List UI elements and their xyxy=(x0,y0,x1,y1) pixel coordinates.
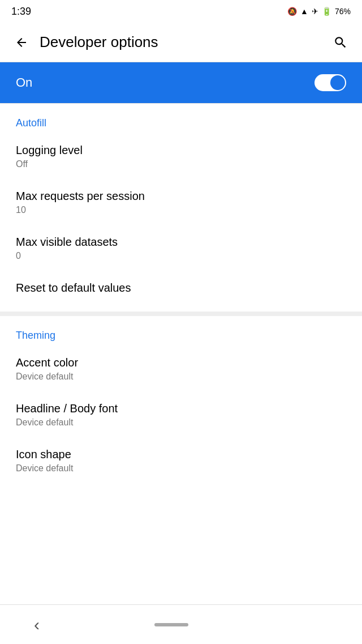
back-button[interactable] xyxy=(9,30,34,55)
max-visible-datasets-title: Max visible datasets xyxy=(16,236,346,249)
on-label: On xyxy=(16,75,32,90)
search-button[interactable] xyxy=(328,30,353,55)
icon-shape-title: Icon shape xyxy=(16,448,346,461)
mute-icon: 🔕 xyxy=(287,7,297,16)
max-requests-item[interactable]: Max requests per session 10 xyxy=(0,180,362,225)
accent-color-title: Accent color xyxy=(16,356,346,369)
status-bar: 1:39 🔕 ▲ ✈ 🔋 76% xyxy=(0,0,362,23)
theming-section-title: Theming xyxy=(16,330,55,341)
autofill-section-title: Autofill xyxy=(16,117,46,129)
max-requests-subtitle: 10 xyxy=(16,205,346,215)
max-visible-datasets-subtitle: 0 xyxy=(16,251,346,261)
reset-default-values-item[interactable]: Reset to default values xyxy=(0,271,362,307)
page-title: Developer options xyxy=(40,33,328,51)
logging-level-subtitle: Off xyxy=(16,159,346,169)
wifi-icon: ▲ xyxy=(300,7,308,16)
theming-section-header: Theming xyxy=(0,316,362,346)
autofill-section-header: Autofill xyxy=(0,104,362,134)
autofill-theming-divider xyxy=(0,312,362,316)
toggle-knob xyxy=(330,75,345,90)
logging-level-item[interactable]: Logging level Off xyxy=(0,134,362,180)
bottom-navigation: ‹ xyxy=(0,604,362,644)
status-icons: 🔕 ▲ ✈ 🔋 76% xyxy=(287,7,351,16)
developer-options-toggle-banner[interactable]: On xyxy=(0,62,362,103)
airplane-icon: ✈ xyxy=(312,7,318,16)
logging-level-title: Logging level xyxy=(16,144,346,157)
headline-body-font-title: Headline / Body font xyxy=(16,402,346,415)
max-requests-title: Max requests per session xyxy=(16,190,346,203)
icon-shape-subtitle: Device default xyxy=(16,463,346,474)
accent-color-subtitle: Device default xyxy=(16,372,346,382)
headline-body-font-subtitle: Device default xyxy=(16,417,346,428)
nav-back-button[interactable]: ‹ xyxy=(34,615,40,634)
accent-color-item[interactable]: Accent color Device default xyxy=(0,346,362,392)
app-bar: Developer options xyxy=(0,23,362,62)
nav-home-pill[interactable] xyxy=(154,623,188,626)
battery-icon: 🔋 xyxy=(322,7,331,16)
developer-options-toggle[interactable] xyxy=(314,74,346,91)
headline-body-font-item[interactable]: Headline / Body font Device default xyxy=(0,392,362,438)
max-visible-datasets-item[interactable]: Max visible datasets 0 xyxy=(0,225,362,271)
battery-percent: 76% xyxy=(335,7,351,16)
reset-default-values-title: Reset to default values xyxy=(16,282,346,295)
icon-shape-item[interactable]: Icon shape Device default xyxy=(0,438,362,484)
status-time: 1:39 xyxy=(11,6,31,18)
